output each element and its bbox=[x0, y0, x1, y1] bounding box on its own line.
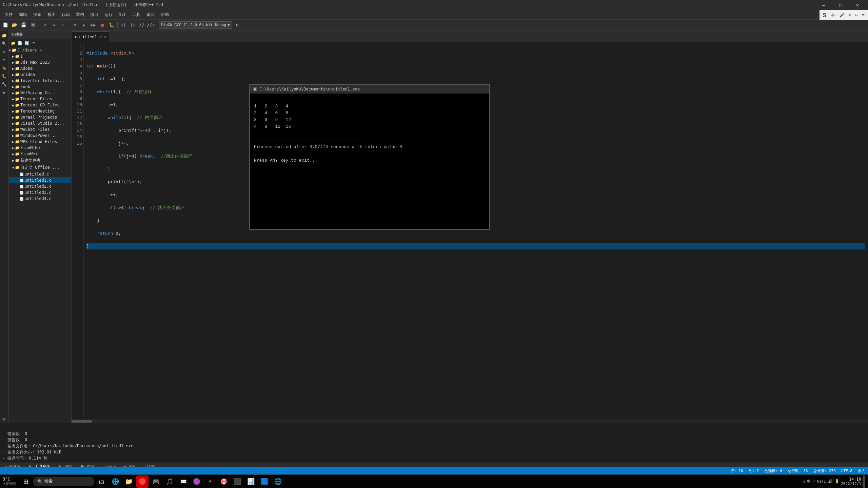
ime-menu-icon[interactable]: ≡ bbox=[861, 12, 866, 18]
toolbar-settings[interactable]: ⚙ bbox=[233, 21, 241, 29]
toolbar-compilerun[interactable]: ▶▶ bbox=[89, 21, 97, 29]
tree-folder-wechat[interactable]: ▶ 📁 WeChat Files bbox=[9, 126, 71, 133]
tree-folder-netsarang[interactable]: ▶ 📁 NetSarang Co... bbox=[9, 90, 71, 96]
exp-btn-3[interactable]: 🔄 bbox=[24, 40, 30, 46]
sidebar-icon-4[interactable]: ≡ bbox=[1, 56, 8, 64]
tree-folder-adobe[interactable]: ▶ 📁 Adobe bbox=[9, 65, 71, 72]
tree-folder-xiaowei[interactable]: ▶ 📁 XiaoWei bbox=[9, 151, 71, 157]
menu-edit[interactable]: 编辑 bbox=[16, 11, 30, 18]
tray-volume[interactable]: 🔊 bbox=[828, 479, 833, 484]
tray-expand[interactable]: △ bbox=[803, 479, 805, 484]
tree-folder-1[interactable]: ▶ 📁 1 bbox=[9, 53, 71, 59]
taskbar-app-store[interactable]: 🟦 bbox=[258, 475, 271, 488]
tree-folder-kook[interactable]: ▶ 📁 kook bbox=[9, 84, 71, 90]
tree-folder-newfolder[interactable]: ▶ 📁 新建文件夹 bbox=[9, 157, 71, 164]
tray-battery[interactable]: 🔋 bbox=[835, 479, 840, 484]
taskbar-app-steam[interactable]: 🎮 bbox=[150, 475, 162, 488]
taskbar-app-folder[interactable]: 📁 bbox=[123, 475, 135, 488]
maximize-button[interactable]: □ bbox=[833, 0, 848, 10]
tray-wifi[interactable]: WiFi bbox=[817, 479, 826, 484]
taskbar-app-vs[interactable]: ⚡ bbox=[204, 475, 216, 488]
exp-btn-filter[interactable]: ≡ bbox=[31, 40, 37, 46]
tree-file-untitled[interactable]: 📄 untitled.c bbox=[9, 171, 71, 177]
taskbar-app-purple[interactable]: 🟣 bbox=[191, 475, 203, 488]
show-desktop-btn[interactable] bbox=[863, 475, 865, 488]
toolbar-new[interactable]: 📄 bbox=[1, 21, 9, 29]
toolbar-comment[interactable]: // bbox=[138, 21, 146, 29]
tray-check[interactable]: ✓ bbox=[813, 479, 815, 484]
toolbar-unindent[interactable]: |← bbox=[129, 21, 137, 29]
exp-btn-1[interactable]: 📁 bbox=[10, 40, 16, 46]
tree-folder-wps[interactable]: ▶ 📁 WPS Cloud Files bbox=[9, 139, 71, 145]
sidebar-icon-8[interactable]: ▶ bbox=[1, 89, 8, 96]
toolbar-undo[interactable]: ↩ bbox=[41, 21, 49, 29]
sidebar-icon-9[interactable]: ⚙ bbox=[1, 415, 8, 423]
ime-keyboard-icon[interactable]: ⌨ bbox=[847, 12, 853, 18]
menu-window[interactable]: 窗口 bbox=[144, 11, 157, 18]
minimize-button[interactable]: — bbox=[816, 0, 831, 10]
taskbar-app-game[interactable]: 🎯 bbox=[218, 475, 230, 488]
taskbar-app-music[interactable]: 🎵 bbox=[163, 475, 176, 488]
menu-view[interactable]: 视图 bbox=[45, 11, 58, 18]
tree-folder-custom-office[interactable]: ▼ 📁 自定义 Office ... bbox=[9, 164, 71, 171]
menu-run[interactable]: 运行 bbox=[102, 11, 115, 18]
menu-git[interactable]: Git bbox=[116, 12, 129, 18]
toolbar-something[interactable]: ⚡ bbox=[59, 21, 67, 29]
console-title-bar[interactable]: ■ C:\Users\KailynWu\Documents\untitled1.… bbox=[250, 85, 489, 94]
menu-help[interactable]: 帮助 bbox=[158, 11, 172, 18]
toolbar-uncomment[interactable]: //× bbox=[147, 21, 155, 29]
toolbar-open[interactable]: 📂 bbox=[11, 21, 19, 29]
sidebar-icon-3[interactable]: ⚙ bbox=[1, 48, 8, 56]
clock[interactable]: 14:10 2022/12/1 bbox=[841, 477, 861, 486]
taskbar-search[interactable]: 🔍 搜索 bbox=[33, 477, 94, 486]
start-button[interactable]: ⊞ bbox=[20, 475, 32, 488]
tree-folder-inventor[interactable]: ▶ 📁 Inventor Intera... bbox=[9, 78, 71, 84]
tree-folder-tencent-files[interactable]: ▶ 📁 Tencent Files bbox=[9, 96, 71, 102]
ime-zhong-icon[interactable]: 中 bbox=[829, 12, 836, 19]
tree-folder-windows-power[interactable]: ▶ 📁 WindowsPower... bbox=[9, 133, 71, 139]
tree-folder-tencentmeeting[interactable]: ▶ 📁 TencentMeeting bbox=[9, 108, 71, 114]
taskbar-app-files[interactable]: 🗂 bbox=[96, 475, 108, 488]
menu-code[interactable]: 代码 bbox=[59, 11, 73, 18]
tab-close-btn[interactable]: × bbox=[104, 35, 106, 39]
close-button[interactable]: ✕ bbox=[850, 0, 865, 10]
sidebar-icon-6[interactable]: 🐛 bbox=[1, 73, 8, 80]
toolbar-save[interactable]: 💾 bbox=[20, 21, 28, 29]
tree-file-untitled4[interactable]: 📄 untitled4.c bbox=[9, 196, 71, 202]
h-scroll-thumb[interactable] bbox=[72, 420, 92, 423]
taskbar-app-mail[interactable]: 📨 bbox=[177, 475, 189, 488]
toolbar-run[interactable]: ▶ bbox=[80, 21, 88, 29]
taskbar-app-chrome[interactable]: 🌐 bbox=[272, 475, 284, 488]
ime-scissors-icon[interactable]: ✂ bbox=[854, 12, 859, 18]
menu-file[interactable]: 文件 bbox=[2, 11, 16, 18]
h-scrollbar[interactable] bbox=[72, 419, 868, 423]
toolbar-saveall[interactable]: 🖫 bbox=[29, 21, 37, 29]
taskbar-app-edge[interactable]: 🌐 bbox=[109, 475, 121, 488]
sidebar-icon-5[interactable]: 🔖 bbox=[1, 64, 8, 72]
toolbar-compile[interactable]: ⚙ bbox=[71, 21, 79, 29]
tree-file-untitled3[interactable]: 📄 untitled3.c bbox=[9, 189, 71, 196]
taskbar-app-chart[interactable]: 📊 bbox=[245, 475, 257, 488]
tree-file-untitled2[interactable]: 📄 untitled2.c bbox=[9, 183, 71, 189]
sidebar-icon-7[interactable]: 🔧 bbox=[1, 81, 8, 88]
compiler-dropdown[interactable]: MinGW GCC 11.2.0 64-bit Debug ▼ bbox=[159, 21, 232, 29]
tree-folder-gridea[interactable]: ▶ 📁 Gridea bbox=[9, 72, 71, 78]
tree-folder-xiaominet[interactable]: ▶ 📁 XiaoMiNet bbox=[9, 145, 71, 151]
sidebar-icon-2[interactable]: 🔍 bbox=[1, 40, 8, 47]
sidebar-icon-1[interactable]: 📁 bbox=[1, 32, 8, 39]
tree-root[interactable]: ▼ 📁 C:/Users » bbox=[9, 47, 71, 53]
tab-untitled1[interactable]: untitled1.c × bbox=[72, 32, 110, 42]
menu-search[interactable]: 搜索 bbox=[31, 11, 44, 18]
toolbar-debug-start[interactable]: 🐛 bbox=[107, 21, 116, 29]
tree-folder-3dsmax[interactable]: ▶ 📁 3ds Max 2023 bbox=[9, 59, 71, 65]
toolbar-indent[interactable]: →| bbox=[119, 21, 127, 29]
taskbar-app-red[interactable]: 🔴 bbox=[136, 475, 149, 488]
toolbar-stop[interactable]: ■ bbox=[98, 21, 106, 29]
ime-s-icon[interactable]: S bbox=[822, 11, 828, 19]
exp-btn-2[interactable]: 📄 bbox=[17, 40, 23, 46]
tree-folder-vs[interactable]: ▶ 📁 Visual Studio 2... bbox=[9, 120, 71, 126]
ime-mic-icon[interactable]: 🎤 bbox=[838, 12, 846, 18]
taskbar-app-black[interactable]: ⬛ bbox=[231, 475, 243, 488]
tree-file-untitled1[interactable]: 📄 untitled1.c bbox=[9, 177, 71, 183]
tree-folder-unreal[interactable]: ▶ 📁 Unreal Projects bbox=[9, 114, 71, 120]
